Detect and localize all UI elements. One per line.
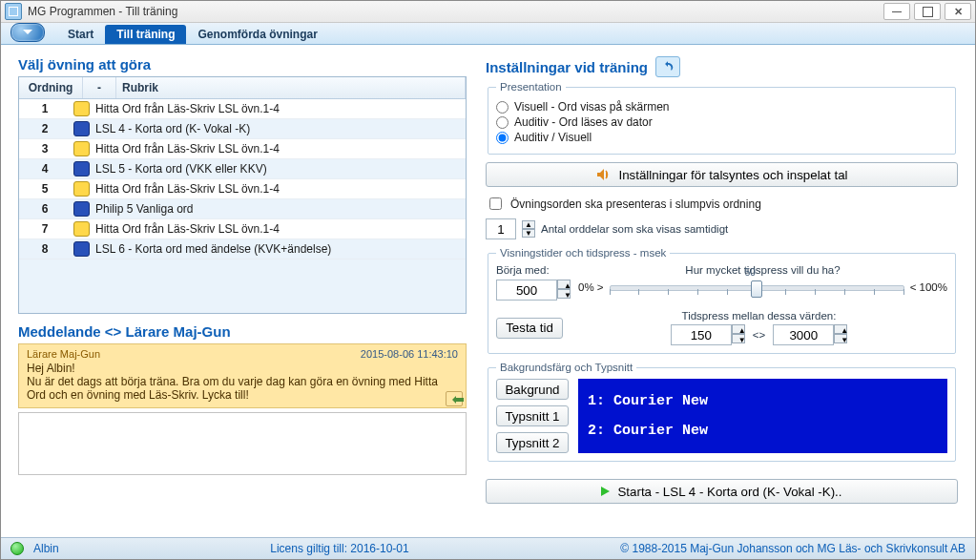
pressure-label: Hur mycket tidspress vill du ha? (578, 264, 947, 276)
min-down[interactable]: ▼ (732, 334, 745, 343)
start-button-label: Starta - LSL 4 - Korta ord (K- Vokal -K)… (617, 485, 841, 499)
row-icon (71, 141, 92, 156)
row-order: 8 (19, 242, 71, 256)
settings-heading: Inställningar vid träning (486, 56, 958, 77)
play-icon (601, 487, 610, 496)
max-down[interactable]: ▼ (834, 334, 847, 343)
table-row[interactable]: 5Hitta Ord från Läs-Skriv LSL övn.1-4 (19, 179, 466, 199)
exercise-type-icon (73, 101, 90, 116)
typography-legend: Bakgrundsfärg och Typsnitt (496, 362, 636, 373)
tab-till-traning[interactable]: Till träning (105, 25, 186, 44)
start-value-input[interactable] (496, 280, 557, 301)
close-button[interactable]: ✕ (945, 3, 971, 20)
table-row[interactable]: 7Hitta Ord från Läs-Skriv LSL övn.1-4 (19, 219, 466, 239)
table-row[interactable]: 4LSL 5 - Korta ord (VKK eller KKV) (19, 159, 466, 179)
exercise-type-icon (73, 181, 90, 197)
max-time-input[interactable] (773, 324, 834, 345)
font2-button[interactable]: Typsnitt 2 (496, 432, 569, 453)
min-up[interactable]: ▲ (732, 324, 745, 334)
status-user: Albin (33, 542, 59, 555)
radio-both-input[interactable] (496, 132, 509, 144)
window-title: MG Programmen - Till träning (28, 5, 177, 18)
exercise-type-icon (73, 121, 90, 136)
parts-input[interactable] (486, 218, 516, 239)
grid-header: Ordning - Rubrik (19, 77, 466, 99)
main-content: Välj övning att göra Ordning - Rubrik 1H… (1, 45, 975, 537)
send-message-button[interactable] (446, 391, 463, 406)
start-with-label: Börja med: (496, 264, 571, 276)
font1-button[interactable]: Typsnitt 1 (496, 405, 569, 426)
reset-settings-button[interactable] (655, 56, 680, 77)
slider-thumb[interactable] (751, 280, 762, 298)
row-title: Hitta Ord från Läs-Skriv LSL övn.1-4 (92, 182, 466, 196)
start-up[interactable]: ▲ (557, 280, 571, 289)
parts-stepper: ▲ ▼ Antal orddelar som ska visas samtidi… (486, 218, 958, 239)
exercise-grid: Ordning - Rubrik 1Hitta Ord från Läs-Skr… (18, 76, 467, 314)
radio-visual-input[interactable] (496, 101, 509, 114)
table-row[interactable]: 2LSL 4 - Korta ord (K- Vokal -K) (19, 119, 466, 139)
tts-settings-label: Inställningar för talsyntes och inspelat… (618, 168, 847, 182)
message-note: Lärare Maj-Gun 2015-08-06 11:43:10 Hej A… (18, 343, 467, 408)
tts-settings-button[interactable]: Inställningar för talsyntes och inspelat… (486, 162, 958, 187)
exercise-type-icon (73, 221, 90, 237)
right-column: Inställningar vid träning Presentation V… (486, 56, 958, 531)
app-menu-button[interactable] (10, 23, 45, 42)
exercise-heading: Välj övning att göra (18, 56, 467, 73)
radio-visual[interactable]: Visuell - Ord visas på skärmen (496, 100, 947, 114)
radio-both-label: Auditiv / Visuell (514, 131, 592, 144)
min-time-input[interactable] (671, 324, 732, 345)
app-icon (5, 3, 22, 20)
exercise-type-icon (73, 141, 90, 156)
speaker-icon (595, 167, 611, 182)
row-icon (71, 201, 92, 217)
time-sep: <> (753, 329, 765, 341)
minimize-button[interactable] (883, 3, 910, 20)
tab-start[interactable]: Start (56, 25, 105, 44)
table-row[interactable]: 3Hitta Ord från Läs-Skriv LSL övn.1-4 (19, 139, 466, 159)
col-rubrik[interactable]: Rubrik (116, 77, 466, 98)
row-title: Hitta Ord från Läs-Skriv LSL övn.1-4 (92, 102, 466, 115)
row-icon (71, 121, 92, 136)
message-timestamp: 2015-08-06 11:43:10 (361, 348, 458, 360)
message-body: Hej Albin!Nu är det dags att börja träna… (27, 360, 458, 402)
parts-down[interactable]: ▼ (522, 229, 535, 238)
radio-audio-label: Auditiv - Ord läses av dator (514, 115, 653, 129)
radio-both[interactable]: Auditiv / Visuell (496, 131, 947, 144)
random-order-label: Övningsorden ska presenteras i slumpvis … (510, 197, 761, 211)
radio-visual-label: Visuell - Ord visas på skärmen (514, 100, 670, 114)
start-down[interactable]: ▼ (557, 289, 571, 299)
row-order: 6 (19, 202, 71, 216)
radio-audio[interactable]: Auditiv - Ord läses av dator (496, 115, 947, 129)
col-icon[interactable]: - (83, 77, 116, 98)
row-order: 4 (19, 162, 71, 176)
preview-line-1: 1: Courier New (588, 393, 938, 409)
bg-color-button[interactable]: Bakgrund (496, 379, 569, 400)
random-order-checkbox[interactable]: Övningsorden ska presenteras i slumpvis … (486, 195, 958, 213)
grid-empty-area (19, 259, 466, 313)
row-icon (71, 101, 92, 116)
tab-genomforda[interactable]: Genomförda övningar (186, 25, 328, 44)
radio-audio-input[interactable] (496, 116, 509, 129)
parts-up[interactable]: ▲ (522, 220, 535, 229)
row-title: Hitta Ord från Läs-Skriv LSL övn.1-4 (92, 142, 466, 156)
random-order-input[interactable] (489, 197, 502, 210)
table-row[interactable]: 8LSL 6 - Korta ord med ändelse (KVK+ände… (19, 239, 466, 259)
typography-fieldset: Bakgrundsfärg och Typsnitt Bakgrund Typs… (488, 362, 956, 462)
message-area: Lärare Maj-Gun 2015-08-06 11:43:10 Hej A… (18, 343, 467, 478)
row-order: 1 (19, 102, 71, 115)
statusbar: Albin Licens giltig till: 2016-10-01 © 1… (1, 537, 975, 559)
test-time-button[interactable]: Testa tid (496, 318, 563, 339)
font-preview: 1: Courier New 2: Courier New (578, 379, 947, 453)
row-title: Philip 5 Vanliga ord (92, 202, 466, 216)
ribbon: Start Till träning Genomförda övningar (1, 23, 975, 45)
settings-heading-text: Inställningar vid träning (486, 59, 648, 75)
table-row[interactable]: 6Philip 5 Vanliga ord (19, 199, 466, 219)
message-input[interactable] (18, 412, 467, 475)
start-exercise-button[interactable]: Starta - LSL 4 - Korta ord (K- Vokal -K)… (486, 479, 958, 504)
table-row[interactable]: 1Hitta Ord från Läs-Skriv LSL övn.1-4 (19, 99, 466, 119)
maximize-button[interactable] (914, 3, 941, 20)
exercise-type-icon (73, 161, 90, 176)
col-ordning[interactable]: Ordning (19, 77, 83, 98)
max-up[interactable]: ▲ (834, 324, 847, 334)
pressure-slider[interactable]: 50 (610, 278, 904, 297)
